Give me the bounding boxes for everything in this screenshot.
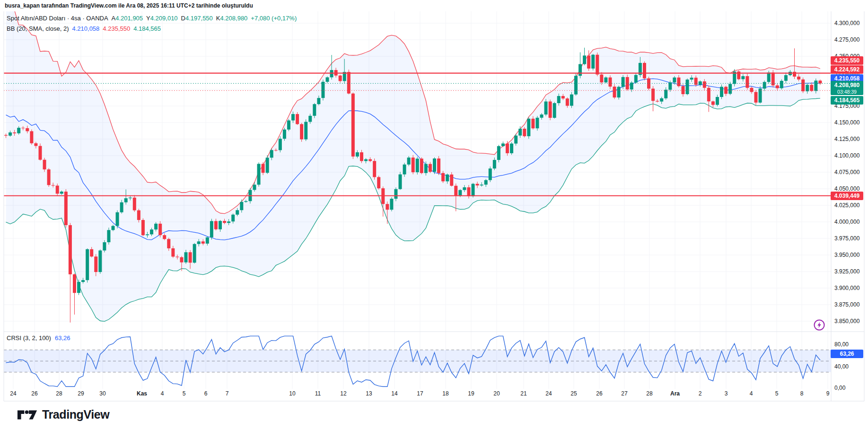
crsi-indicator-label: CRSI (3, 2, 100)	[7, 334, 51, 342]
time-tick-label: 19	[460, 390, 482, 397]
time-tick-label: 25	[563, 390, 585, 397]
time-tick-label: 24	[538, 390, 560, 397]
tradingview-logo[interactable]: TradingView	[17, 408, 109, 421]
price-tick-label: 4.150,000	[834, 119, 859, 126]
time-tick-label: 11	[307, 390, 329, 397]
time-tick-label: 28	[48, 390, 70, 397]
ohlc-high: Y4.209,010	[146, 15, 178, 22]
bb-basis-value: 4.210,058	[72, 25, 100, 32]
tradingview-wordmark: TradingView	[42, 408, 109, 421]
time-tick-label: 3	[715, 390, 737, 397]
time-tick-label: 14	[384, 390, 405, 397]
time-tick-label: 7	[216, 390, 238, 397]
time-tick-label: 30	[92, 390, 114, 397]
chart-legend: Spot Altın/ABD Doları · 4sa · OANDA A4.2…	[7, 13, 297, 34]
time-tick-label: 4	[151, 390, 173, 397]
crsi-value: 63,26	[55, 334, 70, 342]
time-tick-label: 9	[817, 390, 839, 397]
crsi-value-tag: 63,26	[831, 350, 863, 358]
time-tick-label: 5	[766, 390, 788, 397]
ohlc-low: D4.197,550	[181, 15, 213, 22]
chart-canvas[interactable]	[0, 0, 868, 430]
time-tick-label: 28	[639, 390, 660, 397]
price-tick-label: 4.275,000	[834, 36, 859, 44]
time-tick-label: 4	[740, 390, 762, 397]
legend-bb-row[interactable]: BB (20, SMA, close, 2) 4.210,058 4.235,5…	[7, 23, 297, 34]
price-tick-label: 4.125,000	[834, 135, 859, 143]
change-readout: +7,080 (+0,17%)	[251, 15, 297, 22]
time-tick-label: 29	[70, 390, 92, 397]
ohlc-close: K4.208,980	[216, 15, 248, 22]
price-tick-label: 3.950,000	[834, 251, 859, 259]
bb-indicator-label: BB (20, SMA, close, 2)	[7, 25, 69, 32]
price-tick-label: 3.975,000	[834, 235, 859, 242]
price-tick-label: 4.100,000	[834, 152, 859, 159]
time-tick-label: 8	[791, 390, 813, 397]
legend-symbol-row[interactable]: Spot Altın/ABD Doları · 4sa · OANDA A4.2…	[7, 13, 297, 23]
time-tick-label: 17	[409, 390, 431, 397]
crsi-tick-label: 80,00	[834, 341, 849, 348]
price-tick-label: 3.925,000	[834, 268, 859, 275]
bb-lower-value: 4.184,565	[133, 25, 161, 32]
tradingview-mark-icon	[17, 409, 38, 421]
time-tick-label: 24	[2, 390, 24, 397]
time-tick-label: 21	[513, 390, 535, 397]
time-tick-label: 5	[173, 390, 195, 397]
crsi-tick-label: 40,00	[834, 363, 849, 370]
price-tag-hline-upper: 4.224,592	[831, 65, 863, 74]
time-tick-label: 20	[486, 390, 508, 397]
attribution-text: busra_kapan tarafından TradingView.com i…	[5, 2, 253, 9]
price-tick-label: 4.075,000	[834, 168, 859, 176]
price-tick-label: 3.875,000	[834, 301, 859, 308]
time-tick-label: 2	[689, 390, 711, 397]
price-tag-hline-lower: 4.039,449	[831, 192, 863, 200]
time-tick-label: 12	[333, 390, 354, 397]
time-tick-label: 27	[614, 390, 635, 397]
price-tick-label: 3.900,000	[834, 284, 859, 292]
ohlc-open: A4.201,905	[112, 15, 143, 22]
price-tag-last-price: 4.208,98003:48:39	[831, 81, 863, 95]
price-tick-label: 4.025,000	[834, 202, 859, 209]
symbol-title: Spot Altın/ABD Doları · 4sa · OANDA	[7, 15, 108, 22]
time-tick-label: 18	[435, 390, 456, 397]
price-tick-label: 4.000,000	[834, 218, 859, 226]
price-tick-label: 4.300,000	[834, 19, 859, 27]
time-tick-label: 26	[24, 390, 45, 397]
time-tick-label: 6	[195, 390, 217, 397]
time-tick-label: Ara	[664, 390, 686, 397]
bb-upper-value: 4.235,550	[103, 25, 130, 32]
price-tag-bb-lower: 4.184,565	[831, 96, 863, 105]
time-tick-label: 10	[281, 390, 303, 397]
time-tick-label: 26	[588, 390, 610, 397]
time-tick-label: Kas	[131, 390, 153, 397]
boost-lightning-icon[interactable]	[813, 319, 825, 331]
indicator-legend-crsi[interactable]: CRSI (3, 2, 100) 63,26	[7, 334, 70, 342]
time-tick-label: 13	[358, 390, 380, 397]
price-tag-bb-upper: 4.235,550	[831, 56, 863, 65]
price-tick-label: 3.850,000	[834, 317, 859, 325]
